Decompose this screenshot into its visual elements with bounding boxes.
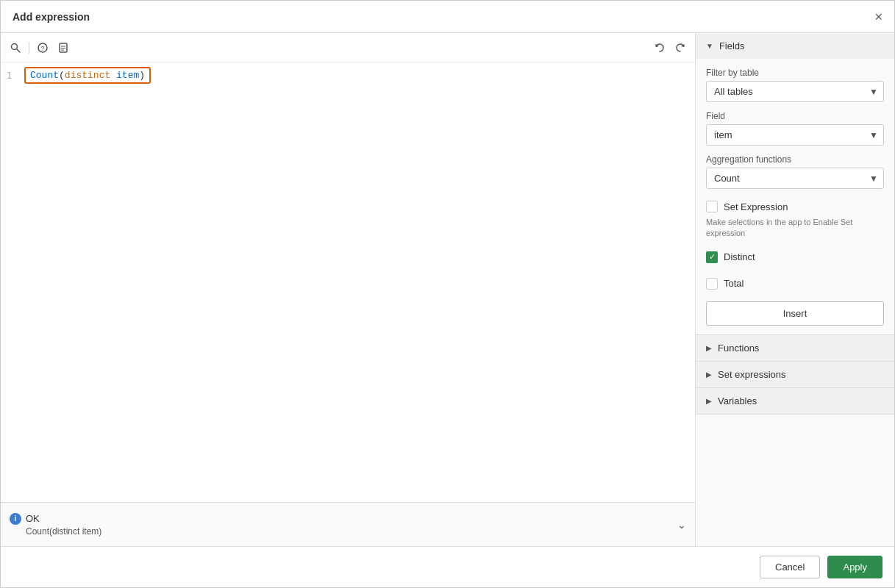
code-paren-open: ( [59, 70, 65, 81]
set-expression-hint: Make selections in the app to Enable Set… [706, 217, 884, 240]
total-row: Total [706, 275, 884, 293]
set-expressions-section-label: Set expressions [718, 369, 786, 380]
editor-content[interactable]: 1 Count(distinct item) [1, 62, 695, 502]
functions-chevron-icon: ▶ [706, 344, 712, 352]
close-button[interactable]: × [874, 10, 882, 24]
editor-pane: ? [1, 33, 696, 546]
status-expand-icon[interactable]: ⌄ [677, 519, 686, 531]
total-checkbox[interactable] [706, 278, 718, 290]
filter-by-table-group: Filter by table All tables ▼ [706, 68, 884, 102]
toolbar-divider-1 [29, 42, 29, 54]
aggregation-select-wrapper: Count Sum Avg Min Max ▼ [706, 168, 884, 189]
code-function: Count [30, 70, 59, 81]
editor-line-1: 1 Count(distinct item) [1, 68, 695, 82]
svg-line-1 [17, 49, 21, 52]
status-expression: Count(distinct item) [26, 526, 101, 537]
code-expression[interactable]: Count(distinct item) [24, 70, 151, 81]
editor-toolbar: ? [1, 33, 695, 62]
functions-section-label: Functions [718, 343, 759, 354]
status-left: i OK Count(distinct item) [10, 513, 101, 537]
line-number-1: 1 [7, 70, 24, 81]
aggregation-label: Aggregation functions [706, 154, 884, 165]
dialog-header: Add expression × [1, 1, 894, 33]
search-icon[interactable] [8, 40, 23, 55]
fields-section-header[interactable]: ▼ Fields [696, 33, 894, 59]
cancel-button[interactable]: Cancel [760, 556, 820, 578]
field-group: Field item ▼ [706, 111, 884, 146]
toolbar-right [652, 40, 688, 55]
fields-section: ▼ Fields Filter by table All tables ▼ [696, 33, 894, 335]
code-keyword: distinct [65, 70, 110, 81]
set-expressions-section-header[interactable]: ▶ Set expressions [696, 362, 894, 387]
set-expression-group: Set Expression Make selections in the ap… [706, 198, 884, 240]
editor-status: i OK Count(distinct item) ⌄ [1, 502, 695, 546]
dialog-footer: Cancel Apply [1, 546, 894, 587]
filter-by-table-select[interactable]: All tables [706, 81, 884, 102]
dialog-body: ? [1, 33, 894, 546]
status-ok-row: i OK [10, 513, 101, 525]
apply-button[interactable]: Apply [827, 556, 882, 578]
total-label: Total [724, 278, 744, 289]
add-expression-dialog: Add expression × ? [0, 0, 895, 588]
distinct-label: Distinct [724, 251, 755, 262]
code-space [110, 70, 116, 81]
variables-chevron-icon: ▶ [706, 397, 712, 405]
distinct-checkbox[interactable] [706, 251, 718, 263]
variables-section-header[interactable]: ▶ Variables [696, 388, 894, 414]
help-icon[interactable]: ? [35, 40, 50, 55]
right-panel: ▼ Fields Filter by table All tables ▼ [696, 33, 894, 546]
fields-section-content: Filter by table All tables ▼ Field [696, 59, 894, 334]
field-label: Field [706, 111, 884, 121]
aggregation-group: Aggregation functions Count Sum Avg Min … [706, 154, 884, 189]
svg-text:?: ? [40, 45, 44, 52]
distinct-row: Distinct [706, 248, 884, 266]
undo-icon[interactable] [652, 40, 667, 55]
fields-section-label: Fields [719, 40, 745, 51]
filter-by-table-label: Filter by table [706, 68, 884, 78]
code-field: item [116, 70, 139, 81]
variables-section-label: Variables [718, 395, 757, 406]
redo-icon[interactable] [673, 40, 688, 55]
document-icon[interactable] [56, 40, 71, 55]
variables-section: ▶ Variables [696, 388, 894, 415]
functions-section: ▶ Functions [696, 335, 894, 362]
code-highlighted: Count(distinct item) [24, 67, 151, 84]
functions-section-header[interactable]: ▶ Functions [696, 335, 894, 361]
fields-chevron-icon: ▼ [706, 42, 713, 50]
info-icon: i [10, 513, 21, 525]
set-expressions-section: ▶ Set expressions [696, 362, 894, 388]
set-expressions-chevron-icon: ▶ [706, 370, 712, 379]
set-expression-label: Set Expression [724, 201, 788, 212]
set-expression-checkbox[interactable] [706, 201, 718, 212]
status-ok-label: OK [26, 513, 40, 524]
code-paren-close: ) [139, 70, 145, 81]
insert-button[interactable]: Insert [706, 301, 884, 326]
set-expression-row: Set Expression [706, 198, 884, 215]
dialog-title: Add expression [13, 11, 90, 23]
aggregation-select[interactable]: Count Sum Avg Min Max [706, 168, 884, 189]
field-select[interactable]: item [706, 124, 884, 146]
filter-by-table-wrapper: All tables ▼ [706, 81, 884, 102]
field-select-wrapper: item ▼ [706, 124, 884, 146]
